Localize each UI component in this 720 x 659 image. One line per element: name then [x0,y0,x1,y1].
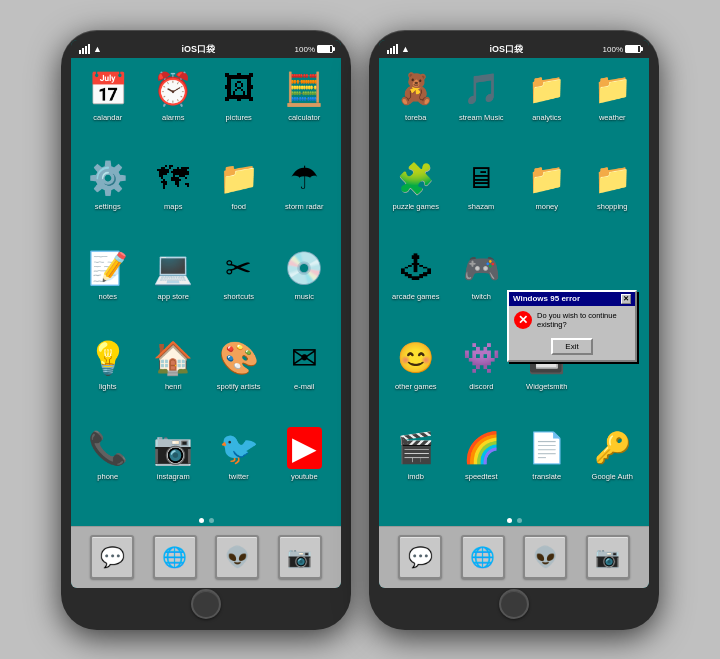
messages-dock-icon: 💬 [100,545,125,569]
puzzle-games-icon: 🧩 [393,155,439,201]
app-toreba[interactable]: 🧸 toreba [385,66,447,152]
dock-messages[interactable]: 💬 [90,535,134,579]
spotify-artists-icon: 🎨 [216,335,262,381]
app-speedtest[interactable]: 🌈 speedtest [451,425,513,511]
money-icon: 📁 [524,155,570,201]
imdb-icon: 🎬 [393,425,439,471]
calculator-label: calculator [288,114,320,122]
app-notes[interactable]: 📝 notes [77,245,139,331]
lights-icon: 💡 [85,335,131,381]
app-other-games[interactable]: 😊 other games [385,335,447,421]
app-money[interactable]: 📁 money [516,155,578,241]
twitch-label: twitch [472,293,491,301]
win95-title: Windows 95 error [513,294,580,303]
app-lights[interactable]: 💡 lights [77,335,139,421]
dock-reddit[interactable]: 👽 [215,535,259,579]
phone-2-dock: 💬 🌐 👽 📷 [379,526,649,588]
phone-icon: 📞 [85,425,131,471]
google-auth-icon: 🔑 [589,425,635,471]
other-games-label: other games [395,383,437,391]
dot-1-active [199,518,204,523]
dock-camera[interactable]: 📷 [278,535,322,579]
app-settings[interactable]: ⚙️ settings [77,155,139,241]
battery-percent: 100% [295,45,315,54]
app-storm-radar[interactable]: ☂ storm radar [274,155,336,241]
app-google-auth[interactable]: 🔑 Google Auth [582,425,644,511]
app-maps[interactable]: 🗺 maps [143,155,205,241]
phone-2-app-grid: 🧸 toreba 🎵 stream Music 📁 [379,58,649,515]
app-email[interactable]: ✉ e-mail [274,335,336,421]
app-music[interactable]: 💿 music [274,245,336,331]
widgetsmith-label: Widgetsmith [526,383,567,391]
app-instagram[interactable]: 📷 instagram [143,425,205,511]
app-food[interactable]: 📁 food [208,155,270,241]
app-imdb[interactable]: 🎬 imdb [385,425,447,511]
phone-1-app-grid: 📅 calandar ⏰ alarms 🖼 pic [71,58,341,515]
arcade-games-label: arcade games [392,293,440,301]
app-stream-music[interactable]: 🎵 stream Music [451,66,513,152]
home-button-1[interactable] [191,589,221,619]
signal-bars [79,44,90,54]
twitter-icon: 🐦 [216,425,262,471]
translate-icon: 📄 [524,425,570,471]
app-phone[interactable]: 📞 phone [77,425,139,511]
calendar-icon: 📅 [85,66,131,112]
p2-messages-dock-icon: 💬 [408,545,433,569]
app-shazam[interactable]: 🖥 shazam [451,155,513,241]
twitch-icon: 🎮 [458,245,504,291]
camera-dock-icon: 📷 [287,545,312,569]
notes-label: notes [99,293,117,301]
app-arcade-games[interactable]: 🕹 arcade games [385,245,447,331]
win95-footer: Exit [509,335,635,360]
app-henri[interactable]: 🏠 henri [143,335,205,421]
shortcuts-icon: ✂ [216,245,262,291]
win95-message: Do you wish to continue existing? [537,311,630,331]
win95-exit-button[interactable]: Exit [551,338,592,355]
p2-dock-messages[interactable]: 💬 [398,535,442,579]
puzzle-games-label: puzzle games [393,203,439,211]
app-discord[interactable]: 👾 discord [451,335,513,421]
p2-dock-camera[interactable]: 📷 [586,535,630,579]
app-twitch[interactable]: 🎮 twitch [451,245,513,331]
toreba-icon: 🧸 [393,66,439,112]
phone-1-app-grid-area: 📅 calandar ⏰ alarms 🖼 pic [71,58,341,526]
app-spotify-artists[interactable]: 🎨 spotify artists [208,335,270,421]
app-analytics[interactable]: 📁 analytics [516,66,578,152]
alarms-label: alarms [162,114,185,122]
app-weather[interactable]: 📁 weather [582,66,644,152]
app-app-store[interactable]: 💻 app store [143,245,205,331]
dot-2-inactive [517,518,522,523]
phone-1-dock: 💬 🌐 👽 📷 [71,526,341,588]
app-youtube[interactable]: ▶ youtube [274,425,336,511]
instagram-icon: 📷 [150,425,196,471]
dot-2-active [507,518,512,523]
weather-icon: 📁 [589,66,635,112]
app-store-label: app store [158,293,189,301]
app-puzzle-games[interactable]: 🧩 puzzle games [385,155,447,241]
app-pictures[interactable]: 🖼 pictures [208,66,270,152]
app-calculator[interactable]: 🧮 calculator [274,66,336,152]
app-alarms[interactable]: ⏰ alarms [143,66,205,152]
win95-close-button[interactable]: ✕ [621,294,631,304]
henri-label: henri [165,383,182,391]
henri-icon: 🏠 [150,335,196,381]
app-calendar[interactable]: 📅 calandar [77,66,139,152]
toreba-label: toreba [405,114,426,122]
home-button-2[interactable] [499,589,529,619]
p2-carrier-label: iOS口袋 [489,43,523,56]
battery-area: 100% [295,45,333,54]
discord-label: discord [469,383,493,391]
food-label: food [231,203,246,211]
app-shortcuts[interactable]: ✂ shortcuts [208,245,270,331]
analytics-label: analytics [532,114,561,122]
app-twitter[interactable]: 🐦 twitter [208,425,270,511]
p2-dock-safari[interactable]: 🌐 [461,535,505,579]
spotify-artists-label: spotify artists [217,383,261,391]
win95-area: Windows 95 error ✕ ✕ Do you wish to cont… [516,245,643,331]
other-games-icon: 😊 [393,335,439,381]
app-shopping[interactable]: 📁 shopping [582,155,644,241]
p2-dock-reddit[interactable]: 👽 [523,535,567,579]
dock-safari[interactable]: 🌐 [153,535,197,579]
app-translate[interactable]: 📄 translate [516,425,578,511]
calendar-label: calandar [93,114,122,122]
